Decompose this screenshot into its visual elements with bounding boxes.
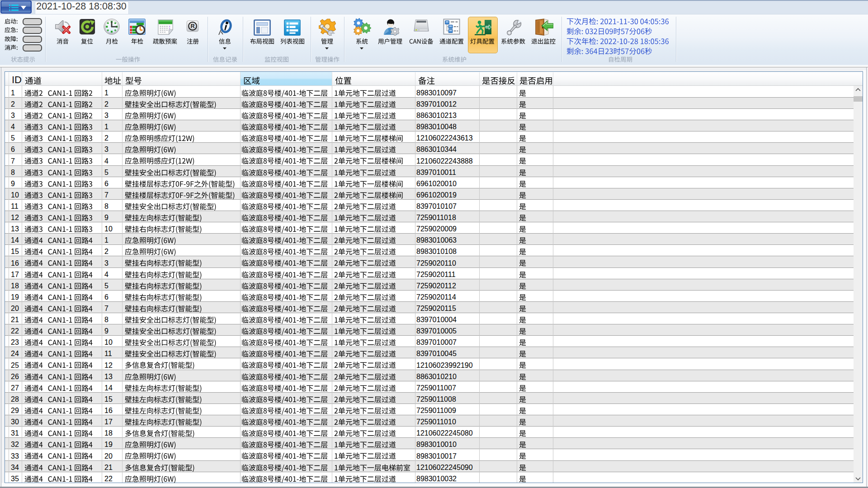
svg-text:R: R xyxy=(190,23,194,29)
